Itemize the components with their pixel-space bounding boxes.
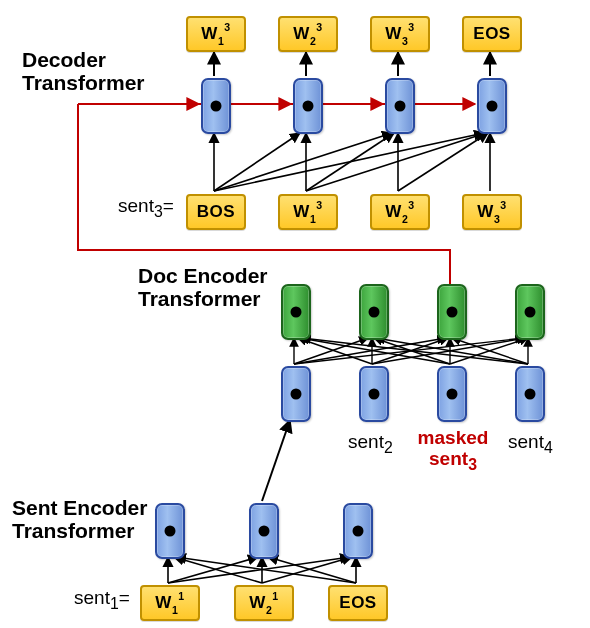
token-out-3: W33 [370, 16, 430, 52]
token-out-4: EOS [462, 16, 522, 52]
token-sent1-2: W21 [234, 585, 294, 621]
token-dec-in-4: W33 [462, 194, 522, 230]
decoder-cap-1 [201, 78, 231, 134]
label-sent2: sent2 [348, 432, 393, 456]
docenc-in-cap-3 [437, 366, 467, 422]
svg-line-5 [262, 557, 352, 583]
svg-line-3 [174, 557, 262, 583]
svg-line-1 [168, 557, 258, 583]
svg-line-2 [168, 557, 350, 583]
token-sent1-3: EOS [328, 585, 388, 621]
docenc-in-cap-4 [515, 366, 545, 422]
label-sent3: sent3= [118, 196, 174, 220]
decoder-cap-3 [385, 78, 415, 134]
label-doc-encoder-transformer: Doc Encoder Transformer [138, 264, 268, 310]
svg-line-9 [262, 420, 290, 501]
svg-line-32 [306, 133, 486, 191]
svg-line-6 [176, 557, 356, 583]
token-out-1: W13 [186, 16, 246, 52]
decoder-cap-4 [477, 78, 507, 134]
label-sent4: sent4 [508, 432, 553, 456]
sentenc-cap-1 [155, 503, 185, 559]
svg-line-7 [268, 557, 356, 583]
docenc-out-cap-1 [281, 284, 311, 340]
token-dec-in-1: BOS [186, 194, 246, 230]
sentenc-cap-2 [249, 503, 279, 559]
token-dec-in-3: W23 [370, 194, 430, 230]
svg-line-31 [306, 133, 394, 191]
decoder-cap-2 [293, 78, 323, 134]
docenc-out-cap-2 [359, 284, 389, 340]
token-out-2: W23 [278, 16, 338, 52]
token-dec-in-2: W13 [278, 194, 338, 230]
label-masked-sent3: masked sent3 [410, 428, 496, 473]
label-sent-encoder-transformer: Sent Encoder Transformer [12, 496, 147, 542]
token-sent1-1: W11 [140, 585, 200, 621]
svg-line-12 [294, 338, 446, 364]
docenc-out-cap-4 [515, 284, 545, 340]
docenc-in-cap-1 [281, 366, 311, 422]
svg-line-28 [214, 133, 392, 191]
sentenc-cap-3 [343, 503, 373, 559]
label-decoder-transformer: Decoder Transformer [22, 48, 145, 94]
docenc-out-cap-3 [437, 284, 467, 340]
label-sent1: sent1= [74, 588, 130, 612]
docenc-in-cap-2 [359, 366, 389, 422]
